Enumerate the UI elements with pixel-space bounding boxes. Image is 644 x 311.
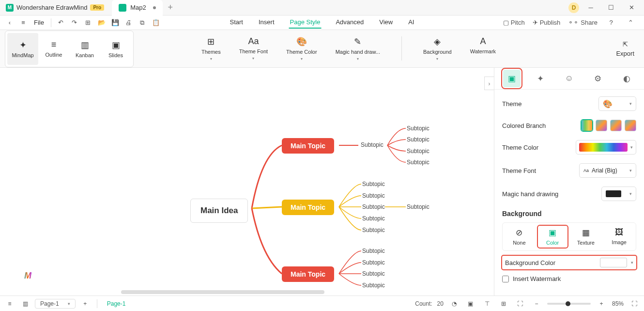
print-button[interactable]: 🖨 bbox=[123, 17, 135, 29]
node-main-topic-1[interactable]: Main Topic bbox=[282, 138, 334, 154]
sb-icon-1[interactable]: ◔ bbox=[448, 298, 460, 310]
export-button[interactable]: ⇱Export bbox=[616, 41, 634, 57]
view-outline[interactable]: ≡Outline bbox=[38, 33, 69, 65]
bg-opt-texture[interactable]: ▦Texture bbox=[571, 226, 601, 248]
background-button[interactable]: ◈Background▾ bbox=[423, 36, 452, 61]
bg-opt-none[interactable]: ⊘None bbox=[505, 226, 534, 248]
tab-page-style[interactable]: Page Style bbox=[289, 16, 322, 29]
help-button[interactable]: ? bbox=[605, 17, 617, 29]
tab-insert[interactable]: Insert bbox=[258, 16, 276, 29]
paste-button[interactable]: 📋 bbox=[150, 17, 162, 29]
sb-icon-2[interactable]: ▣ bbox=[465, 298, 476, 310]
panel-tab-effects[interactable]: ✦ bbox=[532, 70, 549, 87]
redo-button[interactable]: ↷ bbox=[69, 17, 80, 29]
bg-color-swatch[interactable] bbox=[600, 258, 627, 267]
fullscreen-button[interactable]: ⛶ bbox=[629, 298, 640, 310]
node-subtopic[interactable]: Subtopic bbox=[362, 227, 385, 233]
back-button[interactable]: ‹ bbox=[4, 17, 15, 29]
theme-font-button[interactable]: AaTheme Font▾ bbox=[239, 36, 268, 61]
sb-icon-5[interactable]: ⛶ bbox=[514, 298, 526, 310]
add-page-button[interactable]: + bbox=[79, 298, 91, 310]
node-subtopic[interactable]: Subtopic bbox=[362, 203, 385, 210]
panel-tab-history[interactable]: ◐ bbox=[618, 70, 635, 87]
node-subtopic[interactable]: Subtopic bbox=[362, 181, 385, 187]
zoom-thumb[interactable] bbox=[566, 301, 570, 306]
close-button[interactable]: ✕ bbox=[623, 0, 640, 15]
pro-badge: Pro bbox=[90, 4, 104, 11]
colored-branch-label: Colored Branch bbox=[502, 122, 546, 129]
document-tab[interactable]: Map2 bbox=[112, 0, 163, 16]
panel-collapse-button[interactable]: › bbox=[484, 77, 494, 90]
pitch-button[interactable]: ▢Pitch bbox=[503, 19, 525, 26]
node-subtopic[interactable]: Subtopic bbox=[362, 282, 385, 289]
page-select[interactable]: Page-1▾ bbox=[35, 299, 76, 309]
node-subtopic[interactable]: Subtopic bbox=[362, 248, 385, 254]
node-subtopic[interactable]: Subtopic bbox=[407, 136, 429, 143]
colored-branch-opt-1[interactable] bbox=[581, 120, 593, 131]
page-tab-1[interactable]: Page-1 bbox=[103, 299, 130, 308]
zoom-in-button[interactable]: + bbox=[596, 298, 607, 310]
tab-view[interactable]: View bbox=[378, 16, 394, 29]
node-subtopic[interactable]: Subtopic bbox=[362, 270, 385, 277]
node-main-idea[interactable]: Main Idea bbox=[190, 199, 248, 223]
theme-color-button[interactable]: 🎨Theme Color▾ bbox=[286, 36, 317, 61]
magic-hand-select[interactable]: ▾ bbox=[601, 187, 636, 201]
magic-hand-button[interactable]: ✎Magic hand draw...▾ bbox=[336, 36, 380, 61]
view-kanban[interactable]: ▥Kanban bbox=[69, 33, 100, 65]
bg-opt-image[interactable]: 🖼Image bbox=[604, 226, 634, 248]
colored-branch-opt-4[interactable] bbox=[625, 120, 636, 131]
view-mindmap[interactable]: ✦MindMap bbox=[7, 33, 38, 65]
share-button[interactable]: ⚬⚬Share bbox=[568, 19, 598, 26]
theme-font-select[interactable]: AaArial (Big)▾ bbox=[579, 163, 636, 178]
undo-button[interactable]: ↶ bbox=[55, 17, 67, 29]
zoom-slider[interactable] bbox=[547, 303, 591, 305]
open-button[interactable]: 📂 bbox=[96, 17, 107, 29]
sb-icon-3[interactable]: ⊤ bbox=[481, 298, 493, 310]
copy-button[interactable]: ⧉ bbox=[137, 17, 148, 29]
canvas[interactable]: Main Idea Main Topic Main Topic Main Top… bbox=[0, 68, 494, 295]
add-tab-button[interactable]: + bbox=[163, 0, 178, 16]
panel-tab-settings[interactable]: ⚙ bbox=[589, 70, 607, 87]
collapse-ribbon-button[interactable]: ⌃ bbox=[625, 17, 636, 29]
panel-tab-style[interactable]: ▣ bbox=[503, 70, 521, 87]
horizontal-scrollbar[interactable] bbox=[121, 290, 324, 294]
watermark-button[interactable]: AWatermark bbox=[470, 36, 496, 61]
node-main-topic-3[interactable]: Main Topic bbox=[282, 266, 334, 282]
view-slides[interactable]: ▣Slides bbox=[100, 33, 131, 65]
menu-button[interactable]: ≡ bbox=[17, 17, 29, 29]
node-subtopic[interactable]: Subtopic bbox=[362, 215, 385, 222]
tab-ai[interactable]: AI bbox=[407, 16, 415, 29]
tab-advanced[interactable]: Advanced bbox=[335, 16, 365, 29]
colored-branch-opt-2[interactable] bbox=[596, 120, 607, 131]
node-subtopic[interactable]: Subtopic bbox=[361, 141, 383, 148]
save-button[interactable]: 💾 bbox=[109, 17, 121, 29]
panel-tab-emoji[interactable]: ☺ bbox=[560, 70, 578, 87]
publish-button[interactable]: ✈Publish bbox=[533, 19, 561, 26]
sb-icon-4[interactable]: ⊞ bbox=[498, 298, 509, 310]
page-list-button[interactable]: ▥ bbox=[19, 298, 31, 310]
tab-start[interactable]: Start bbox=[229, 16, 244, 29]
minimize-button[interactable]: ─ bbox=[582, 0, 599, 15]
bg-color-caret[interactable]: ▾ bbox=[631, 260, 633, 265]
user-avatar[interactable]: D bbox=[568, 2, 579, 13]
insert-watermark-input[interactable] bbox=[502, 276, 509, 282]
node-subtopic[interactable]: Subtopic bbox=[362, 192, 385, 199]
node-subtopic[interactable]: Subtopic bbox=[407, 148, 429, 155]
node-subtopic[interactable]: Subtopic bbox=[407, 203, 429, 210]
zoom-out-button[interactable]: − bbox=[531, 298, 542, 310]
themes-button[interactable]: ⊞Themes▾ bbox=[201, 36, 221, 61]
node-subtopic[interactable]: Subtopic bbox=[407, 125, 429, 132]
theme-select[interactable]: 🎨▾ bbox=[598, 96, 636, 111]
watermark-logo: M bbox=[24, 271, 31, 281]
node-main-topic-2[interactable]: Main Topic bbox=[282, 200, 334, 215]
colored-branch-opt-3[interactable] bbox=[610, 120, 622, 131]
theme-color-select[interactable]: ▾ bbox=[576, 140, 636, 155]
new-button[interactable]: ⊞ bbox=[82, 17, 94, 29]
outline-view-button[interactable]: ≡ bbox=[4, 298, 15, 310]
node-subtopic[interactable]: Subtopic bbox=[362, 259, 385, 266]
maximize-button[interactable]: ☐ bbox=[602, 0, 620, 15]
file-menu[interactable]: File bbox=[31, 19, 47, 26]
node-subtopic[interactable]: Subtopic bbox=[407, 159, 429, 166]
bg-opt-color[interactable]: ▣Color bbox=[538, 226, 567, 248]
insert-watermark-checkbox[interactable]: Insert Watermark bbox=[502, 275, 636, 282]
